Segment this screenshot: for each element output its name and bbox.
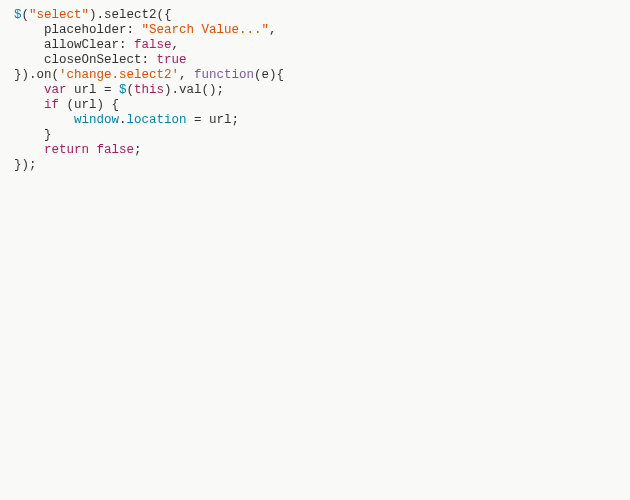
code-token-kw: this xyxy=(134,83,164,97)
code-token-punct xyxy=(14,113,74,127)
code-token-punct: , xyxy=(172,38,180,52)
code-token-kw: true xyxy=(157,53,187,67)
code-token-punct: ).val(); xyxy=(164,83,224,97)
code-token-punct: allowClear: xyxy=(14,38,134,52)
code-token-punct: . xyxy=(119,113,127,127)
code-token-punct: , xyxy=(179,68,194,82)
code-token-punct: = url; xyxy=(187,113,240,127)
code-token-punct: ; xyxy=(134,143,142,157)
code-token-punct: url = xyxy=(67,83,120,97)
code-token-punct: closeOnSelect: xyxy=(14,53,157,67)
code-token-punct: ).select2({ xyxy=(89,8,172,22)
code-token-punct: ( xyxy=(127,83,135,97)
code-token-kw: if xyxy=(44,98,59,112)
code-token-func: function xyxy=(194,68,254,82)
code-token-punct: (url) { xyxy=(59,98,119,112)
code-token-punct xyxy=(89,143,97,157)
code-token-punct: , xyxy=(269,23,277,37)
code-token-punct: }).on( xyxy=(14,68,59,82)
code-token-punct xyxy=(14,143,44,157)
code-token-punct xyxy=(14,98,44,112)
code-token-prop: window xyxy=(74,113,119,127)
code-token-punct: } xyxy=(14,128,52,142)
code-token-punct: (e){ xyxy=(254,68,284,82)
code-token-dollar: $ xyxy=(14,8,22,22)
code-token-punct xyxy=(14,83,44,97)
code-token-kw: false xyxy=(134,38,172,52)
code-token-kw: var xyxy=(44,83,67,97)
code-token-string: "select" xyxy=(29,8,89,22)
code-token-dollar: $ xyxy=(119,83,127,97)
code-token-string: "Search Value..." xyxy=(142,23,270,37)
code-token-punct: placeholder: xyxy=(14,23,142,37)
code-token-punct: ( xyxy=(22,8,30,22)
code-block[interactable]: $("select").select2({ placeholder: "Sear… xyxy=(0,0,630,181)
code-token-kw: return xyxy=(44,143,89,157)
code-token-prop: location xyxy=(127,113,187,127)
code-token-punct: }); xyxy=(14,158,37,172)
code-token-kw: false xyxy=(97,143,135,157)
code-token-string: 'change.select2' xyxy=(59,68,179,82)
